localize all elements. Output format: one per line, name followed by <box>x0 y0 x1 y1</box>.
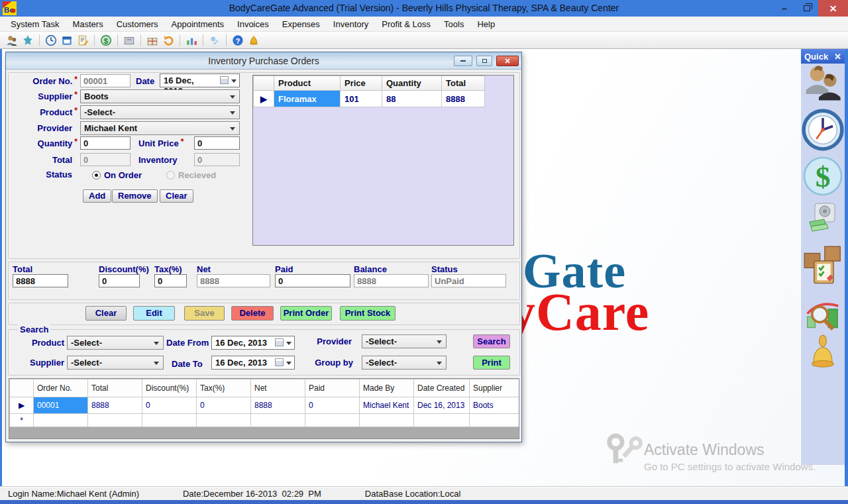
received-radio[interactable]: Recieved <box>166 169 216 181</box>
on-order-radio[interactable]: On Order <box>92 169 142 181</box>
orders-grid-row[interactable]: ▶ 00001 8888 0 0 8888 0 Michael Kent Dec… <box>10 397 520 414</box>
quick-appointments-clock-icon[interactable] <box>801 108 845 154</box>
dialog-maximize-button[interactable] <box>476 56 492 66</box>
items-col-product[interactable]: Product <box>274 76 341 91</box>
quick-reminder-bell-icon[interactable] <box>806 334 840 377</box>
help-icon[interactable]: ? <box>231 34 244 47</box>
delete-button[interactable]: Delete <box>231 306 274 321</box>
print-stock-button[interactable]: Print Stock <box>340 306 396 321</box>
menu-item-expenses[interactable]: Expenses <box>276 17 327 32</box>
total-field[interactable]: 8888 <box>13 274 68 287</box>
menu-item-inventory[interactable]: Inventory <box>327 17 375 32</box>
items-cell-product[interactable]: Floramax <box>274 91 341 107</box>
remove-button[interactable]: Remove <box>112 189 158 203</box>
date-to-picker[interactable]: 16 Dec, 2013 <box>211 356 295 370</box>
dialog-close-button[interactable]: ✕ <box>496 56 519 66</box>
search-button[interactable]: Search <box>473 334 510 348</box>
bell-icon[interactable] <box>247 34 260 47</box>
print-button[interactable]: Print <box>473 356 510 370</box>
orders-col-date-created[interactable]: Date Created <box>414 379 470 397</box>
menu-item-tools[interactable]: Tools <box>437 17 470 32</box>
row-selector-icon[interactable]: ▶ <box>254 91 274 107</box>
chart-icon[interactable] <box>185 34 198 47</box>
dialog-minimize-button[interactable] <box>454 56 472 66</box>
menu-item-appointments[interactable]: Appointments <box>165 17 231 32</box>
items-cell-quantity[interactable]: 88 <box>382 91 442 107</box>
tax-field[interactable]: 0 <box>154 274 187 287</box>
orders-col-supplier[interactable]: Supplier <box>470 379 520 397</box>
items-col-quantity[interactable]: Quantity <box>382 76 442 91</box>
menu-item-help[interactable]: Help <box>470 17 502 32</box>
calendar-icon[interactable] <box>60 34 74 47</box>
quick-reports-icon[interactable] <box>804 297 841 331</box>
orders-cell-net[interactable]: 8888 <box>251 397 305 414</box>
undo-icon[interactable] <box>162 34 175 47</box>
search-supplier-combobox[interactable]: -Select- <box>67 356 164 370</box>
orders-cell-discount[interactable]: 0 <box>142 397 197 414</box>
quick-customers-icon[interactable] <box>804 64 842 106</box>
orders-grid-new-row[interactable]: * <box>10 414 520 427</box>
orders-cell-date-created[interactable]: Dec 16, 2013 <box>414 397 470 414</box>
clear-button[interactable]: Clear <box>85 306 127 321</box>
clear-items-button[interactable]: Clear <box>160 189 193 203</box>
menu-item-system-task[interactable]: System Task <box>4 17 66 32</box>
order-date-picker[interactable]: 16 Dec, 2013 <box>160 74 240 87</box>
quick-sidebar-close-icon[interactable]: ✕ <box>834 52 841 62</box>
spa-icon[interactable] <box>21 34 34 47</box>
orders-cell-made-by[interactable]: Michael Kent <box>360 397 414 414</box>
orders-cell-order-no[interactable]: 00001 <box>34 397 88 414</box>
search-product-combobox[interactable]: -Select- <box>67 336 164 350</box>
window-close-button[interactable]: ✕ <box>818 0 848 17</box>
orders-col-discount[interactable]: Discount(%) <box>142 379 197 397</box>
orders-col-paid[interactable]: Paid <box>305 379 360 397</box>
orders-cell-total[interactable]: 8888 <box>88 397 142 414</box>
menu-item-masters[interactable]: Masters <box>66 17 109 32</box>
orders-cell-tax[interactable]: 0 <box>197 397 251 414</box>
window-minimize-button[interactable]: – <box>773 0 796 17</box>
edit-button[interactable]: Edit <box>133 306 175 321</box>
orders-col-made-by[interactable]: Made By <box>360 379 414 397</box>
menu-item-profit-loss[interactable]: Profit & Loss <box>375 17 437 32</box>
paid-field[interactable]: 0 <box>275 274 350 287</box>
print-order-button[interactable]: Print Order <box>280 306 332 321</box>
money-icon[interactable]: $ <box>99 34 113 47</box>
order-no-field[interactable]: 00001 <box>80 74 131 87</box>
gift-icon[interactable] <box>146 34 159 47</box>
window-restore-button[interactable] <box>796 0 818 17</box>
discount-field[interactable]: 0 <box>99 274 140 287</box>
menu-item-invoices[interactable]: Invoices <box>231 17 276 32</box>
quick-inventory-icon[interactable] <box>800 240 846 290</box>
customers-icon[interactable] <box>5 34 19 47</box>
quantity-field[interactable]: 0 <box>80 136 131 150</box>
items-col-total[interactable]: Total <box>442 76 485 91</box>
invoice-icon[interactable] <box>76 34 89 47</box>
quick-expenses-safe-icon[interactable] <box>807 202 839 235</box>
clock-icon[interactable] <box>44 34 58 47</box>
unit-price-field[interactable]: 0 <box>194 136 240 150</box>
orders-col-order-no[interactable]: Order No. <box>34 379 88 397</box>
provider-combobox[interactable]: Michael Kent <box>80 121 240 135</box>
product-combobox[interactable]: -Select- <box>80 105 240 119</box>
items-col-price[interactable]: Price <box>341 76 382 91</box>
archive-icon[interactable] <box>123 34 136 47</box>
supplier-combobox[interactable]: Boots <box>80 89 240 103</box>
menu-item-customers[interactable]: Customers <box>110 17 165 32</box>
row-selector-icon[interactable]: ▶ <box>10 397 34 414</box>
items-cell-price[interactable]: 101 <box>341 91 382 107</box>
orders-col-net[interactable]: Net <box>251 379 305 397</box>
new-row-icon[interactable]: * <box>10 414 34 427</box>
group-by-combobox[interactable]: -Select- <box>362 356 447 370</box>
add-button[interactable]: Add <box>83 189 111 203</box>
radio-icon <box>92 171 101 179</box>
orders-col-tax[interactable]: Tax(%) <box>197 379 251 397</box>
orders-cell-paid[interactable]: 0 <box>305 397 360 414</box>
clean-icon[interactable] <box>208 34 221 47</box>
save-button[interactable]: Save <box>184 306 225 321</box>
items-cell-total[interactable]: 8888 <box>442 91 485 107</box>
orders-col-total[interactable]: Total <box>88 379 142 397</box>
items-grid-row[interactable]: ▶ Floramax 101 88 8888 <box>254 91 485 107</box>
orders-cell-supplier[interactable]: Boots <box>470 397 520 414</box>
quick-payments-icon[interactable]: $ <box>802 155 844 200</box>
search-provider-combobox[interactable]: -Select- <box>362 334 447 348</box>
date-from-picker[interactable]: 16 Dec, 2013 <box>211 336 295 350</box>
